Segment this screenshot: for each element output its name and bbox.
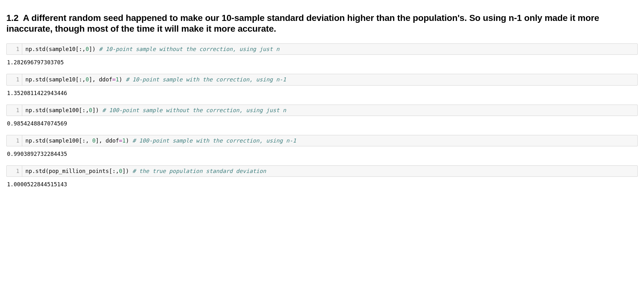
- code-token-number: 0: [89, 107, 92, 113]
- notebook-cell: 1 np.std(pop_million_points[:,0]) # the …: [6, 165, 638, 188]
- code-token-number: 0: [86, 46, 89, 52]
- code-token-number: 1: [116, 76, 119, 83]
- code-input[interactable]: 1 np.std(pop_million_points[:,0]) # the …: [6, 165, 638, 177]
- code-token: ]): [92, 107, 102, 113]
- code-token: ): [126, 137, 132, 144]
- cell-output: 1.282696797303705: [6, 55, 638, 66]
- code-comment: # 100-point sample with the correction, …: [132, 137, 296, 144]
- code-comment: # 10-point sample with the correction, u…: [126, 76, 286, 83]
- code-token: ]): [89, 46, 99, 52]
- section-number: 1.2: [6, 13, 18, 23]
- code-token: ): [119, 76, 126, 83]
- code-token-number: 0: [86, 76, 89, 83]
- code-input[interactable]: 1 np.std(sample100[:,0]) # 100-point sam…: [6, 105, 638, 116]
- code-token-operator: =: [119, 137, 122, 144]
- code-comment: # the true population standard deviation: [132, 168, 266, 174]
- code-token-operator: =: [112, 76, 116, 83]
- code-token-number: 1: [122, 137, 126, 144]
- code-token: ], ddof: [89, 76, 112, 83]
- code-line: np.std(sample100[:,0]) # 100-point sampl…: [22, 105, 637, 116]
- code-line: np.std(pop_million_points[:,0]) # the tr…: [22, 166, 637, 176]
- code-comment: # 10-point sample without the correction…: [99, 46, 279, 52]
- notebook-cell: 1 np.std(sample100[:, 0], ddof=1) # 100-…: [6, 135, 638, 157]
- code-token: np.std(pop_million_points[:,: [25, 168, 119, 174]
- code-token: np.std(sample100[:,: [25, 107, 89, 113]
- cell-output: 1.3520811422943446: [6, 86, 638, 96]
- notebook-cell: 1 np.std(sample100[:,0]) # 100-point sam…: [6, 105, 638, 127]
- code-token-number: 0: [119, 168, 122, 174]
- code-token: np.std(sample10[:,: [25, 76, 86, 83]
- section-heading: 1.2A different random seed happened to m…: [6, 13, 638, 34]
- line-number: 1: [7, 44, 22, 54]
- cell-output: 1.0000522844515143: [6, 177, 638, 188]
- code-input[interactable]: 1 np.std(sample10[:,0]) # 10-point sampl…: [6, 43, 638, 55]
- notebook-cell: 1 np.std(sample10[:,0]) # 10-point sampl…: [6, 43, 638, 66]
- code-token: ]): [122, 168, 133, 174]
- code-comment: # 100-point sample without the correctio…: [102, 107, 286, 113]
- code-token: np.std(sample100[:,: [25, 137, 92, 144]
- cell-output: 0.9854248847074569: [6, 116, 638, 127]
- line-number: 1: [7, 105, 22, 116]
- code-token: ], ddof: [95, 137, 119, 144]
- code-input[interactable]: 1 np.std(sample100[:, 0], ddof=1) # 100-…: [6, 135, 638, 146]
- code-token: np.std(sample10[:,: [25, 46, 86, 52]
- code-token-number: 0: [92, 137, 96, 144]
- cell-output: 0.9903892732284435: [6, 146, 638, 157]
- section-title: A different random seed happened to make…: [6, 13, 599, 34]
- code-input[interactable]: 1 np.std(sample10[:,0], ddof=1) # 10-poi…: [6, 74, 638, 85]
- code-line: np.std(sample100[:, 0], ddof=1) # 100-po…: [22, 135, 637, 146]
- code-line: np.std(sample10[:,0]) # 10-point sample …: [22, 44, 637, 54]
- code-line: np.std(sample10[:,0], ddof=1) # 10-point…: [22, 74, 637, 85]
- line-number: 1: [7, 135, 22, 146]
- line-number: 1: [7, 166, 22, 176]
- notebook-page: 1.2A different random seed happened to m…: [0, 0, 644, 205]
- notebook-cell: 1 np.std(sample10[:,0], ddof=1) # 10-poi…: [6, 74, 638, 96]
- line-number: 1: [7, 74, 22, 85]
